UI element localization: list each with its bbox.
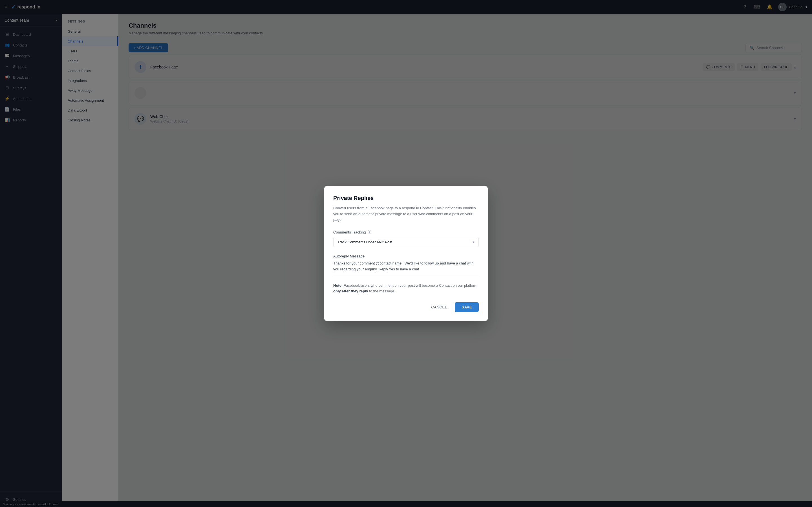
comments-tracking-select-wrap: Track Comments under ANY Post ▾	[333, 237, 479, 247]
modal-note-prefix: Note:	[333, 283, 343, 288]
autoreply-message-text[interactable]: Thanks for your comment @contact.name ! …	[333, 261, 479, 277]
modal-title: Private Replies	[333, 195, 479, 202]
cancel-button[interactable]: CANCEL	[427, 303, 452, 312]
modal-description: Convert users from a Facebook page to a …	[333, 205, 479, 223]
modal-note-text2: to the message.	[369, 289, 395, 293]
modal-note-bold1: only after they reply	[333, 289, 368, 293]
comments-tracking-text: Comments Tracking	[333, 230, 366, 234]
private-replies-modal: Private Replies Convert users from a Fac…	[324, 186, 488, 321]
help-circle-icon[interactable]: ⓘ	[368, 230, 371, 235]
modal-note: Note: Facebook users who comment on your…	[333, 283, 479, 295]
modal-overlay[interactable]: Private Replies Convert users from a Fac…	[0, 0, 812, 507]
select-chevron-icon: ▾	[472, 240, 474, 244]
modal-note-text: Facebook users who comment on your post …	[344, 283, 477, 288]
comments-tracking-label: Comments Tracking ⓘ	[333, 230, 479, 235]
save-button[interactable]: SAVE	[455, 302, 479, 312]
modal-actions: CANCEL SAVE	[333, 302, 479, 312]
comments-tracking-value: Track Comments under ANY Post	[338, 240, 392, 244]
comments-tracking-select[interactable]: Track Comments under ANY Post ▾	[333, 237, 479, 247]
autoreply-message-label: Autoreply Message	[333, 254, 479, 258]
